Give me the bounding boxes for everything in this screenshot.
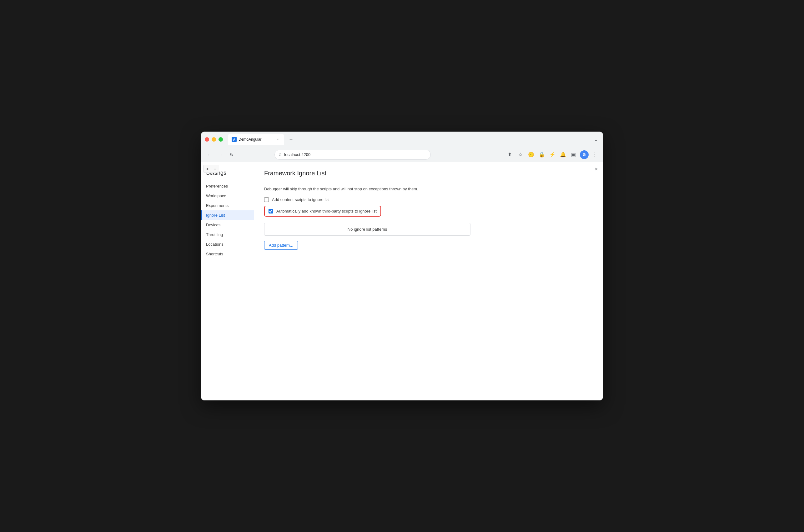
close-traffic-light[interactable]: [205, 137, 209, 141]
zoom-in-button[interactable]: +: [204, 165, 211, 173]
lock-icon: ⊙: [279, 153, 282, 157]
back-icon: ←: [207, 152, 211, 157]
window-controls: ⌄: [593, 135, 599, 144]
share-icon[interactable]: ⬆: [505, 150, 514, 159]
toolbar-icons: ⬆ ☆ 😶 🔒 ⚡ 🔔 ▣ G ⋮: [505, 150, 599, 159]
ignore-list-box: No ignore list patterns: [264, 223, 471, 236]
extension5-icon[interactable]: ▣: [569, 150, 578, 159]
tab-bar: A DemoAngular × +: [228, 134, 590, 145]
title-bar: A DemoAngular × + ⌄: [201, 132, 603, 147]
sidebar-item-ignore-list[interactable]: Ignore List: [201, 210, 254, 220]
maximize-traffic-light[interactable]: [218, 137, 223, 141]
zoom-out-button[interactable]: −: [211, 165, 219, 173]
sidebar-item-experiments[interactable]: Experiments: [201, 201, 254, 210]
refresh-icon: ↻: [230, 152, 233, 157]
extension4-icon[interactable]: 🔔: [559, 150, 567, 159]
traffic-lights: [205, 137, 223, 141]
menu-icon[interactable]: ⋮: [591, 150, 599, 159]
sidebar-item-preferences[interactable]: Preferences: [201, 181, 254, 191]
section-divider: [264, 180, 593, 181]
tab-title-label: DemoAngular: [238, 137, 273, 141]
section-description: Debugger will skip through the scripts a…: [264, 186, 593, 192]
extension2-icon[interactable]: 🔒: [537, 150, 546, 159]
sidebar-label-workspace: Workspace: [206, 193, 226, 198]
sidebar-label-devices: Devices: [206, 223, 221, 227]
sidebar-label-ignore-list: Ignore List: [206, 213, 225, 217]
address-bar: ← → ↻ ⊙ localhost:4200 ⬆ ☆ 😶 🔒 ⚡ 🔔 ▣ G ⋮: [201, 147, 603, 162]
sidebar-label-preferences: Preferences: [206, 184, 228, 189]
add-pattern-button[interactable]: Add pattern...: [264, 241, 298, 250]
forward-button[interactable]: →: [216, 150, 225, 159]
main-content: × Framework Ignore List Debugger will sk…: [254, 162, 603, 400]
browser-window: A DemoAngular × + ⌄ ← → ↻ ⊙ localhost:42…: [201, 132, 603, 400]
avatar-icon[interactable]: G: [580, 150, 589, 159]
sidebar-item-throttling[interactable]: Throttling: [201, 230, 254, 240]
extension1-icon[interactable]: 😶: [527, 150, 535, 159]
sidebar-label-throttling: Throttling: [206, 232, 223, 237]
back-button[interactable]: ←: [205, 150, 213, 159]
zoom-controls: + −: [204, 165, 219, 173]
active-tab[interactable]: A DemoAngular ×: [228, 134, 284, 145]
sidebar-item-locations[interactable]: Locations: [201, 240, 254, 249]
tab-favicon: A: [232, 137, 237, 142]
minimize-traffic-light[interactable]: [212, 137, 216, 141]
refresh-button[interactable]: ↻: [227, 150, 236, 159]
new-tab-button[interactable]: +: [287, 135, 295, 144]
ignore-list-empty-text: No ignore list patterns: [348, 227, 387, 232]
settings-panel: Settings Preferences Workspace Experimen…: [201, 162, 603, 400]
address-field[interactable]: ⊙ localhost:4200: [274, 150, 431, 160]
sidebar-label-experiments: Experiments: [206, 203, 229, 208]
sidebar-label-shortcuts: Shortcuts: [206, 252, 223, 256]
add-content-scripts-label: Add content scripts to ignore list: [272, 197, 329, 202]
auto-add-scripts-checkbox[interactable]: [269, 209, 273, 213]
checkbox-row-1: Add content scripts to ignore list: [264, 197, 593, 202]
url-text: localhost:4200: [284, 152, 310, 157]
sidebar-item-devices[interactable]: Devices: [201, 220, 254, 230]
extension3-icon[interactable]: ⚡: [548, 150, 557, 159]
settings-sidebar: Settings Preferences Workspace Experimen…: [201, 162, 254, 400]
window-minimize-icon[interactable]: ⌄: [593, 135, 599, 144]
checkbox-row-2-highlighted: Automatically add known third-party scri…: [264, 206, 381, 216]
panel-close-button[interactable]: ×: [595, 166, 598, 173]
tab-close-button[interactable]: ×: [275, 137, 281, 142]
add-content-scripts-checkbox[interactable]: [264, 197, 269, 202]
sidebar-item-shortcuts[interactable]: Shortcuts: [201, 249, 254, 259]
browser-content: + − Settings Preferences Workspace Exper…: [201, 162, 603, 400]
forward-icon: →: [218, 152, 223, 157]
section-title: Framework Ignore List: [264, 170, 593, 177]
auto-add-scripts-label: Automatically add known third-party scri…: [276, 209, 377, 213]
bookmark-icon[interactable]: ☆: [516, 150, 525, 159]
sidebar-label-locations: Locations: [206, 242, 224, 247]
sidebar-item-workspace[interactable]: Workspace: [201, 191, 254, 201]
